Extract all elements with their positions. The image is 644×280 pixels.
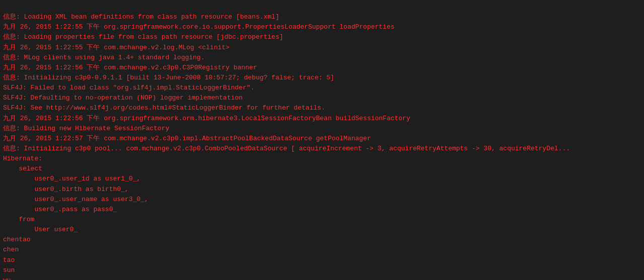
console-line: 九月 26, 2015 1:22:57 下午 com.mchange.v2.c3… xyxy=(3,134,641,144)
console-line: user0_.pass as pass0_ xyxy=(3,205,641,215)
console-line: wu xyxy=(3,275,641,280)
console-line: user0_.user_id as user1_0_, xyxy=(3,174,641,184)
console-line: 信息: Loading XML bean definitions from cl… xyxy=(3,12,641,22)
console-line: 信息: MLog clients using java 1.4+ standar… xyxy=(3,53,641,63)
console-line: select xyxy=(3,164,641,174)
console-line: 九月 26, 2015 1:22:56 下午 com.mchange.v2.c3… xyxy=(3,63,641,73)
console-line: 信息: Building new Hibernate SessionFactor… xyxy=(3,124,641,134)
console-line: sun xyxy=(3,265,641,275)
console-line: chentao xyxy=(3,235,641,245)
console-line: 九月 26, 2015 1:22:56 下午 org.springframewo… xyxy=(3,114,641,124)
console-line: Hibernate: xyxy=(3,154,641,164)
console-line: SLF4J: Failed to load class "org.slf4j.i… xyxy=(3,83,641,93)
console-line: user0_.user_name as user3_0_, xyxy=(3,195,641,205)
console-line: 九月 26, 2015 1:22:55 下午 org.springframewo… xyxy=(3,22,641,32)
console-line: SLF4J: Defaulting to no-operation (NOP) … xyxy=(3,93,641,103)
console-line: 信息: Initializing c3p0-0.9.1.1 [built 13-… xyxy=(3,73,641,83)
console-line: user0_.birth as birth0_, xyxy=(3,184,641,195)
console-line: SLF4J: See http://www.slf4j.org/codes.ht… xyxy=(3,103,641,113)
console-line: tao xyxy=(3,255,641,265)
console-line: 信息: Loading properties file from class p… xyxy=(3,32,641,42)
console-line: 九月 26, 2015 1:22:55 下午 com.mchange.v2.lo… xyxy=(3,43,641,53)
console-line: from xyxy=(3,215,641,225)
console-line: 信息: Initializing c3p0 pool... com.mchang… xyxy=(3,144,641,154)
console-output: 信息: Loading XML bean definitions from cl… xyxy=(0,0,644,280)
console-line: User user0_ xyxy=(3,225,641,235)
console-line: chen xyxy=(3,245,641,255)
